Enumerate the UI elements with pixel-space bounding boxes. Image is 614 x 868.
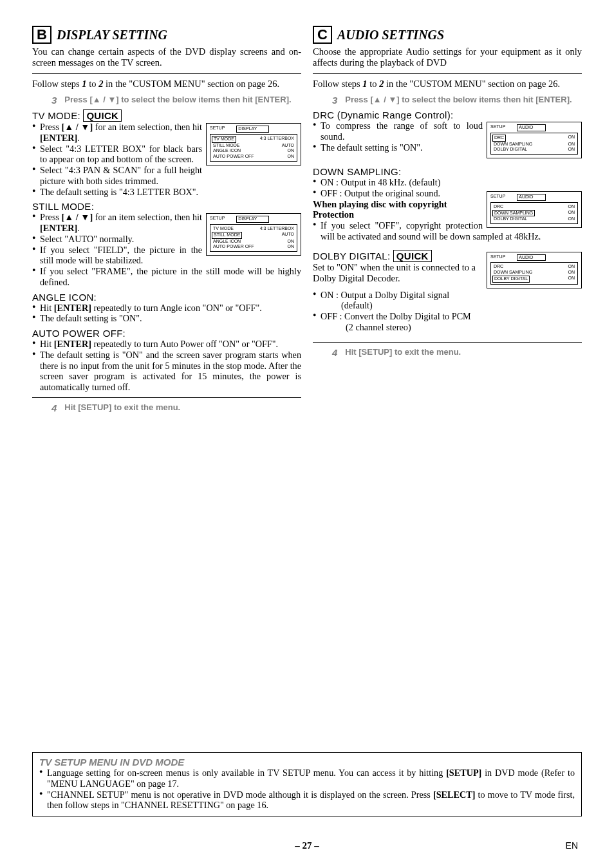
list-item: To compress the range of soft to loud so… xyxy=(313,120,582,142)
step-4-num: 4 xyxy=(332,347,337,358)
tv-setup-bullets: Language setting for on-screen menus is … xyxy=(39,768,575,811)
page-footer: – 27 – EN xyxy=(0,840,614,851)
follow-steps-b: Follow steps 1 to 2 in the "CUSTOM MENU"… xyxy=(32,79,301,90)
list-item: If you select "FIELD", the picture in th… xyxy=(32,245,301,267)
section-b-intro: You can change certain aspects of the DV… xyxy=(32,46,301,69)
section-c-intro: Choose the appropriate Audio settings fo… xyxy=(313,46,582,69)
step-3-num: 3 xyxy=(332,95,337,106)
step-4-num: 4 xyxy=(51,402,57,413)
page-number: – 27 – xyxy=(295,840,319,851)
list-item: Hit [ENTER] repeatedly to turn Auto Powe… xyxy=(32,339,301,350)
step-3-text: Press [▲ / ▼] to select the below items … xyxy=(64,95,291,106)
tv-setup-note-box: TV SETUP MENU IN DVD MODE Language setti… xyxy=(32,752,582,816)
step-4-line: 4 Hit [SETUP] to exit the menu. xyxy=(32,402,301,413)
tvmode-bullets: Press [▲ / ▼] for an item selection, the… xyxy=(32,122,301,197)
panel-row: DOWN SAMPLING xyxy=(492,210,535,217)
step-3-line-c: 3 Press [▲ / ▼] to select the below item… xyxy=(313,95,582,106)
panel-row: DOWN SAMPLING xyxy=(494,270,532,276)
dolby-label: DOLBY DIGITAL: xyxy=(313,250,390,261)
divider xyxy=(32,397,301,398)
step-4-text: Hit [SETUP] to exit the menu. xyxy=(64,402,180,413)
quick-badge: QUICK xyxy=(83,109,122,122)
list-item: The default setting is "4:3 LETTER BOX". xyxy=(32,187,301,198)
divider xyxy=(313,342,582,343)
tv-setup-note-title: TV SETUP MENU IN DVD MODE xyxy=(39,757,575,768)
angle-heading: ANGLE ICON: xyxy=(32,292,301,303)
section-c-header: C AUDIO SETTINGS xyxy=(313,26,444,44)
list-item: Select "AUTO" normally. xyxy=(32,234,301,245)
panel-row: DRC xyxy=(494,204,503,210)
panel-val: ON xyxy=(568,210,575,217)
step-3-text: Press [▲ / ▼] to select the below items … xyxy=(345,95,572,106)
list-item: "CHANNEL SETUP" menu is not operative in… xyxy=(39,789,575,811)
panel-val: ON xyxy=(568,204,575,210)
tvmode-label: TV MODE: xyxy=(32,110,80,121)
panel-row: DRC xyxy=(494,264,503,270)
section-c-title: AUDIO SETTINGS xyxy=(337,28,444,42)
stillmode-heading: STILL MODE: xyxy=(32,201,301,212)
downsampling-heading: DOWN SAMPLING: xyxy=(313,166,582,177)
drc-heading: DRC (Dynamic Range Control): xyxy=(313,109,582,120)
list-item: The default setting is "ON" and the scre… xyxy=(32,350,301,393)
list-item: OFF : Output the original sound. xyxy=(313,188,582,199)
page-lang: EN xyxy=(566,840,578,851)
panel-row: DOLBY DIGITAL xyxy=(492,276,530,283)
list-item: If you select "OFF", copyright protectio… xyxy=(313,220,582,242)
list-item: If you select "FRAME", the picture in th… xyxy=(32,266,301,288)
list-item: The default setting is "ON". xyxy=(32,313,301,324)
autopower-bullets: Hit [ENTER] repeatedly to turn Auto Powe… xyxy=(32,339,301,393)
step-3-num: 3 xyxy=(51,95,57,106)
list-item: Select "4:3 LETTER BOX" for black bars t… xyxy=(32,144,301,165)
main-columns: B DISPLAY SETTING You can change certain… xyxy=(32,26,582,413)
list-item: OFF : Convert the Dolby Digital to PCM (… xyxy=(313,311,582,333)
left-column: B DISPLAY SETTING You can change certain… xyxy=(32,26,301,413)
step-4-line-c: 4 Hit [SETUP] to exit the menu. xyxy=(313,347,582,358)
dolby-bullets: ON : Output a Dolby Digital signal (defa… xyxy=(313,290,582,333)
autopower-heading: AUTO POWER OFF: xyxy=(32,328,301,339)
section-b-title: DISPLAY SETTING xyxy=(57,28,167,42)
panel-setup: SETUP xyxy=(490,254,505,261)
list-item: ON : Output in 48 kHz. (default) xyxy=(313,177,582,188)
angle-bullets: Hit [ENTER] repeatedly to turn Angle ico… xyxy=(32,303,301,325)
follow-steps-c: Follow steps 1 to 2 in the "CUSTOM MENU"… xyxy=(313,79,582,90)
list-item: Press [▲ / ▼] for an item selection, the… xyxy=(32,122,301,144)
divider xyxy=(32,73,301,74)
step-3-line: 3 Press [▲ / ▼] to select the below item… xyxy=(32,95,301,106)
badge-b-icon: B xyxy=(32,26,51,44)
right-column: C AUDIO SETTINGS Choose the appropriate … xyxy=(313,26,582,413)
list-item: Press [▲ / ▼] for an item selection, the… xyxy=(32,212,301,234)
copyright-bullets: If you select "OFF", copyright protectio… xyxy=(313,220,582,242)
divider xyxy=(313,73,582,74)
list-item: Select "4:3 PAN & SCAN" for a full heigh… xyxy=(32,165,301,187)
list-item: Hit [ENTER] repeatedly to turn Angle ico… xyxy=(32,303,301,314)
panel-val: ON xyxy=(568,276,575,283)
audio-panel-3: SETUPAUDIO DRCON DOWN SAMPLINGON DOLBY D… xyxy=(487,252,582,288)
panel-val: ON xyxy=(568,264,575,270)
tvmode-heading: TV MODE: QUICK xyxy=(32,109,301,122)
list-item: Language setting for on-screen menus is … xyxy=(39,768,575,789)
list-item: The default setting is "ON". xyxy=(313,142,582,153)
downsampling-bullets: ON : Output in 48 kHz. (default) OFF : O… xyxy=(313,177,582,199)
badge-c-icon: C xyxy=(313,26,332,44)
panel-val: ON xyxy=(568,270,575,276)
section-b-header: B DISPLAY SETTING xyxy=(32,26,167,44)
stillmode-bullets: Press [▲ / ▼] for an item selection, the… xyxy=(32,212,301,287)
step-4-text: Hit [SETUP] to exit the menu. xyxy=(345,347,461,358)
panel-tab: AUDIO xyxy=(517,254,545,261)
quick-badge: QUICK xyxy=(393,250,432,262)
list-item: ON : Output a Dolby Digital signal (defa… xyxy=(313,290,582,312)
